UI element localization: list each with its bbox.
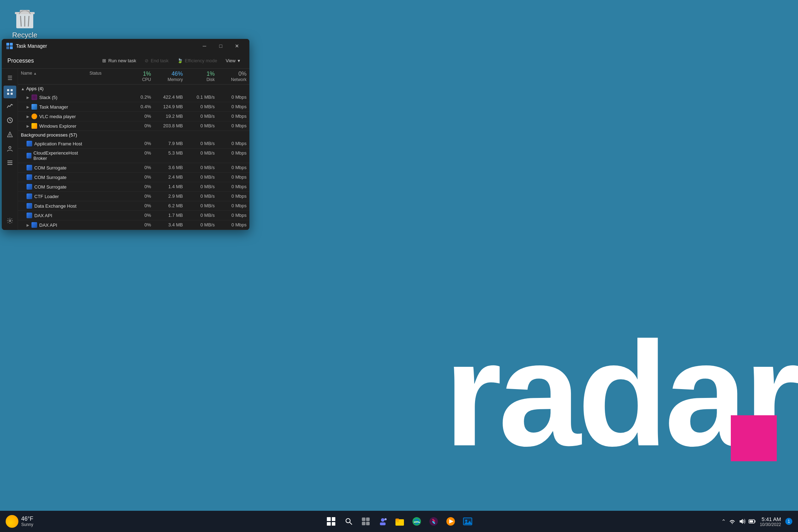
svg-rect-7 xyxy=(7,89,9,91)
process-name-ctf: CTF Loader xyxy=(18,192,87,201)
details-icon xyxy=(7,160,13,166)
expand-icon[interactable]: ▶ xyxy=(27,124,29,128)
clock[interactable]: 5:41 AM 10/30/2022 xyxy=(760,516,781,527)
windows-logo-icon xyxy=(327,517,335,526)
search-button[interactable] xyxy=(342,514,356,528)
deh-label: Data Exchange Host xyxy=(34,203,76,209)
bg-section-header[interactable]: Background processes (57) xyxy=(18,131,249,139)
start-button[interactable] xyxy=(323,514,339,529)
run-new-task-button[interactable]: ⊞ Run new task xyxy=(99,56,140,65)
afh-label: Application Frame Host xyxy=(34,141,82,146)
sort-icon: ▲ xyxy=(33,71,37,75)
vlc-network: 0 Mbps xyxy=(218,112,249,121)
vlc-taskbar-icon xyxy=(446,516,456,526)
sidebar-item-history[interactable] xyxy=(4,114,16,127)
svg-point-14 xyxy=(10,136,10,137)
sidebar-item-processes[interactable] xyxy=(4,86,16,98)
table-row[interactable]: Data Exchange Host 0% 6.2 MB 0 MB/s 0 Mb… xyxy=(18,201,249,211)
taskmanager-network: 0 Mbps xyxy=(218,102,249,111)
table-row[interactable]: ▶ Task Manager 0.4% 124.9 MB 0 MB/s 0 Mb… xyxy=(18,102,249,112)
teams-button[interactable] xyxy=(376,514,390,528)
col-cpu[interactable]: 1% CPU xyxy=(122,69,154,84)
maximize-button[interactable]: □ xyxy=(213,40,229,52)
col-memory[interactable]: 46% Memory xyxy=(154,69,186,84)
column-headers: Name ▲ Status 1% CPU 46% Memory 1% Disk xyxy=(18,69,249,85)
vlc-taskbar-button[interactable] xyxy=(444,514,458,528)
svg-rect-44 xyxy=(754,520,756,522)
col-status[interactable]: Status xyxy=(87,69,122,84)
expand-icon[interactable]: ▶ xyxy=(27,223,29,227)
photos-button[interactable] xyxy=(461,514,475,528)
battery-icon[interactable] xyxy=(748,518,756,525)
history-icon xyxy=(7,117,13,123)
process-name-com2: COM Surrogate xyxy=(18,173,87,182)
table-row[interactable]: ▶ DAX API 0% 3.4 MB 0 MB/s 0 Mbps xyxy=(18,220,249,230)
startup-icon xyxy=(7,131,13,138)
minimize-button[interactable]: ─ xyxy=(196,40,213,52)
efficiency-mode-button[interactable]: 🍃 Efficiency mode xyxy=(174,56,221,65)
table-row[interactable]: Application Frame Host 0% 7.9 MB 0 MB/s … xyxy=(18,139,249,149)
expand-icon[interactable]: ▶ xyxy=(27,96,29,99)
table-row[interactable]: CloudExperienceHost Broker 0% 5.3 MB 0 M… xyxy=(18,149,249,163)
table-row[interactable]: DAX API 0% 1.7 MB 0 MB/s 0 Mbps xyxy=(18,211,249,220)
bg-section-title: Background processes (57) xyxy=(21,132,77,138)
taskbar-right: ⌃ 5:41 AM 10/30/2022 1 xyxy=(721,516,792,527)
settings-icon xyxy=(7,218,13,224)
sidebar-item-startup[interactable] xyxy=(4,128,16,141)
svg-rect-5 xyxy=(6,46,9,49)
table-row[interactable]: ▶ Slack (5) 0.2% 422.4 MB 0.1 MB/s 0 Mbp… xyxy=(18,93,249,102)
edge-button[interactable] xyxy=(410,514,424,528)
taskmanager-memory: 124.9 MB xyxy=(154,102,186,111)
table-row[interactable]: ▶ VLC media player 0% 19.2 MB 0 MB/s 0 M… xyxy=(18,112,249,121)
apps-section-header[interactable]: ▲ Apps (4) xyxy=(18,85,249,93)
col-disk[interactable]: 1% Disk xyxy=(186,69,218,84)
svg-point-28 xyxy=(384,518,387,520)
slack-network: 0 Mbps xyxy=(218,93,249,102)
sidebar-item-users[interactable] xyxy=(4,142,16,155)
col-network[interactable]: 0% Network xyxy=(218,69,249,84)
table-row[interactable]: COM Surrogate 0% 3.6 MB 0 MB/s 0 Mbps xyxy=(18,163,249,173)
notification-badge[interactable]: 1 xyxy=(785,518,792,525)
apps-section-title: Apps (4) xyxy=(26,86,44,91)
slack-disk: 0.1 MB/s xyxy=(186,93,218,102)
sidebar-item-performance[interactable] xyxy=(4,100,16,112)
table-row[interactable]: COM Surrogate 0% 1.4 MB 0 MB/s 0 Mbps xyxy=(18,182,249,192)
table-row[interactable]: CTF Loader 0% 2.9 MB 0 MB/s 0 Mbps xyxy=(18,192,249,201)
file-explorer-button[interactable] xyxy=(393,514,407,528)
end-task-button[interactable]: ⊘ End task xyxy=(141,56,172,65)
col-name[interactable]: Name ▲ xyxy=(18,69,87,84)
table-row[interactable]: ▶ Windows Explorer 0% 203.8 MB 0 MB/s 0 … xyxy=(18,121,249,131)
sidebar-item-settings[interactable] xyxy=(4,214,16,227)
weather-widget[interactable]: 46°F Sunny xyxy=(6,515,33,528)
task-view-button[interactable] xyxy=(359,514,373,528)
vlc-icon xyxy=(31,114,37,119)
ctf-label: CTF Loader xyxy=(34,194,59,199)
content-area: ☰ xyxy=(2,69,249,230)
vlc-status xyxy=(87,112,122,121)
process-name-explorer: ▶ Windows Explorer xyxy=(18,121,87,131)
svg-point-32 xyxy=(412,517,421,526)
recycle-bin-icon xyxy=(13,7,36,30)
volume-icon[interactable] xyxy=(739,518,746,525)
view-button[interactable]: View ▾ xyxy=(222,56,244,65)
explorer-disk: 0 MB/s xyxy=(186,121,218,131)
svg-point-26 xyxy=(381,518,384,522)
com2-label: COM Surrogate xyxy=(34,175,66,180)
expand-icon[interactable]: ▶ xyxy=(27,105,29,109)
close-button[interactable]: ✕ xyxy=(229,40,245,52)
edge-icon xyxy=(412,516,422,526)
expand-icon[interactable]: ▶ xyxy=(27,115,29,118)
tray-chevron[interactable]: ⌃ xyxy=(721,518,726,525)
process-table: Name ▲ Status 1% CPU 46% Memory 1% Disk xyxy=(18,69,249,230)
svg-point-20 xyxy=(346,519,350,523)
task-manager-window: Task Manager ─ □ ✕ Processes ⊞ Run new t… xyxy=(2,39,249,230)
slack-taskbar-button[interactable] xyxy=(427,514,441,528)
wifi-icon[interactable] xyxy=(729,518,736,525)
process-name-taskmanager: ▶ Task Manager xyxy=(18,102,87,111)
system-icon xyxy=(27,213,32,218)
sidebar-item-hamburger[interactable]: ☰ xyxy=(4,71,16,84)
explorer-cpu: 0% xyxy=(122,121,154,131)
sidebar-item-details[interactable] xyxy=(4,156,16,169)
table-row[interactable]: COM Surrogate 0% 2.4 MB 0 MB/s 0 Mbps xyxy=(18,173,249,182)
svg-rect-43 xyxy=(750,520,753,522)
